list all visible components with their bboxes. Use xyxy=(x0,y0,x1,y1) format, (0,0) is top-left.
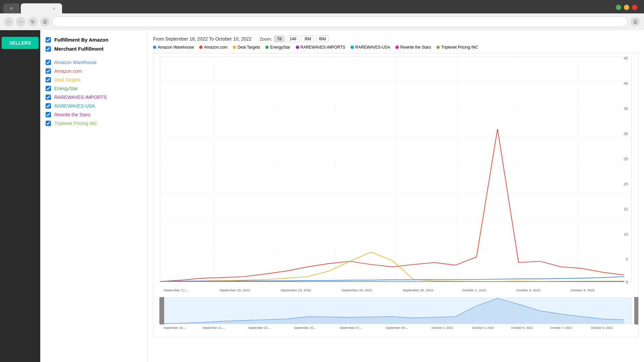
seller-amazoncom-checkbox[interactable] xyxy=(46,68,51,74)
zoom-label: Zoom: xyxy=(260,37,272,42)
fulfillment-section: Fulfillment By Amazon Merchant Fulfillme… xyxy=(46,37,142,52)
legend-label-rarewaves-usa: RAREWAVES-USA xyxy=(355,45,390,50)
sidebar: SELLERS xyxy=(0,30,40,362)
seller-amazon-warehouse-label: Amazon Warehouse xyxy=(54,60,97,65)
seller-rarewaves-imports-label: RAREWAVES-IMPORTS xyxy=(54,95,107,100)
svg-rect-33 xyxy=(634,297,638,324)
legend-dot-deal-targets xyxy=(233,46,236,49)
svg-text:45: 45 xyxy=(624,56,628,61)
svg-rect-0 xyxy=(160,57,632,282)
date-range: From September 16, 2022 To October 10, 2… xyxy=(153,36,252,42)
close-icon[interactable] xyxy=(632,5,637,10)
svg-text:September 23, 2022: September 23, 2022 xyxy=(280,288,311,292)
seller-list: Amazon Warehouse Amazon.com Deal Targets… xyxy=(46,60,142,126)
svg-text:September 26, 2022: September 26, 2022 xyxy=(341,288,372,292)
legend-amazon-warehouse: Amazon Warehouse xyxy=(153,45,194,50)
legend-dot-amazoncom xyxy=(199,46,203,49)
menu-button[interactable]: ☰ xyxy=(631,17,640,26)
nav-bar: ← → ↻ ☰ ☰ xyxy=(0,13,644,30)
svg-text:35: 35 xyxy=(624,106,628,111)
legend-dot-rarewaves-usa xyxy=(351,46,354,49)
legend-deal-targets: Deal Targets xyxy=(233,45,260,50)
svg-text:October 9, 2022: October 9, 2022 xyxy=(591,326,612,329)
tab-bar: ✕ xyxy=(0,0,644,13)
chart-svg: 45 40 35 30 25 20 15 10 5 0 September 17… xyxy=(153,53,638,337)
svg-text:September 29, 2022: September 29, 2022 xyxy=(402,288,433,292)
seller-deal-targets-label: Deal Targets xyxy=(54,77,80,82)
seller-rewrite-stars-checkbox[interactable] xyxy=(46,112,51,117)
legend-triplenet: Triplenet Pricing INC xyxy=(436,45,478,50)
tab-close-icon[interactable]: ✕ xyxy=(53,7,55,10)
seller-deal-targets[interactable]: Deal Targets xyxy=(46,77,142,82)
zoom-7d[interactable]: 7d xyxy=(274,36,284,42)
svg-text:September 19,...: September 19,... xyxy=(163,326,186,329)
legend-dot-triplenet xyxy=(436,46,440,49)
chart-area: From September 16, 2022 To October 10, 2… xyxy=(148,30,644,362)
legend-rewrite-stars: Rewrite the Stars xyxy=(395,45,431,50)
legend-label-deal-targets: Deal Targets xyxy=(237,45,260,50)
forward-button[interactable]: → xyxy=(16,17,25,26)
sellers-button[interactable]: SELLERS xyxy=(2,37,39,49)
svg-text:October 8, 2022: October 8, 2022 xyxy=(571,288,595,292)
chart-header: From September 16, 2022 To October 10, 2… xyxy=(153,36,639,42)
minimize-icon[interactable] xyxy=(624,5,629,10)
chart-legend: Amazon Warehouse Amazon.com Deal Targets… xyxy=(153,45,639,50)
seller-rewrite-stars-label: Rewrite the Stars xyxy=(54,112,90,117)
url-input[interactable] xyxy=(52,16,628,27)
legend-dot-rewrite-stars xyxy=(395,46,399,49)
seller-amazoncom-label: Amazon.com xyxy=(54,68,82,74)
home-button[interactable]: ☰ xyxy=(40,17,50,26)
back-button[interactable]: ← xyxy=(4,17,13,26)
svg-text:5: 5 xyxy=(626,257,628,262)
merchant-fulfillment-label: Merchant Fulfillment xyxy=(54,46,104,52)
merchant-fulfillment-checkbox[interactable] xyxy=(46,46,51,52)
tab-2[interactable]: ✕ xyxy=(21,3,62,13)
legend-rarewaves-usa: RAREWAVES-USA xyxy=(351,45,390,50)
merchant-fulfillment-item[interactable]: Merchant Fulfillment xyxy=(46,46,142,52)
seller-rarewaves-usa[interactable]: RAREWAVES-USA xyxy=(46,103,142,109)
fulfillment-by-amazon-label: Fulfillment By Amazon xyxy=(54,37,108,43)
svg-text:October 7, 2022: October 7, 2022 xyxy=(550,326,572,329)
svg-text:30: 30 xyxy=(624,131,628,136)
legend-dot-energystar xyxy=(265,46,269,49)
seller-energystar-checkbox[interactable] xyxy=(46,86,51,91)
seller-rewrite-stars[interactable]: Rewrite the Stars xyxy=(46,112,142,117)
left-panel: Fulfillment By Amazon Merchant Fulfillme… xyxy=(40,30,148,362)
seller-triplenet[interactable]: Triplenet Pricing INC xyxy=(46,121,142,126)
seller-rarewaves-usa-label: RAREWAVES-USA xyxy=(54,103,95,109)
zoom-60d[interactable]: 60d xyxy=(316,36,329,42)
svg-text:September 23,...: September 23,... xyxy=(248,326,271,329)
seller-amazon-warehouse-checkbox[interactable] xyxy=(46,60,51,65)
legend-energystar: EnergyStar xyxy=(265,45,290,50)
svg-text:October 1, 2022: October 1, 2022 xyxy=(431,326,453,329)
svg-text:October 5, 2022: October 5, 2022 xyxy=(516,288,541,292)
svg-text:10: 10 xyxy=(624,232,628,237)
seller-rarewaves-imports[interactable]: RAREWAVES-IMPORTS xyxy=(46,95,142,100)
maximize-icon[interactable] xyxy=(616,5,621,10)
seller-rarewaves-imports-checkbox[interactable] xyxy=(46,95,51,100)
fulfillment-by-amazon-checkbox[interactable] xyxy=(46,37,51,43)
refresh-button[interactable]: ↻ xyxy=(28,17,38,26)
seller-deal-targets-checkbox[interactable] xyxy=(46,77,51,82)
seller-amazon-warehouse[interactable]: Amazon Warehouse xyxy=(46,60,142,65)
tab-1[interactable] xyxy=(3,3,19,13)
seller-triplenet-checkbox[interactable] xyxy=(46,121,51,126)
svg-text:September 20, 2022: September 20, 2022 xyxy=(219,288,250,292)
legend-label-rewrite-stars: Rewrite the Stars xyxy=(400,45,431,50)
legend-label-triplenet: Triplenet Pricing INC xyxy=(441,45,478,50)
window-controls xyxy=(616,5,637,10)
seller-energystar-label: EnergyStar xyxy=(54,86,78,91)
seller-rarewaves-usa-checkbox[interactable] xyxy=(46,103,51,109)
svg-rect-32 xyxy=(159,297,164,324)
zoom-30d[interactable]: 30d xyxy=(301,36,314,42)
browser-chrome: ✕ ← → ↻ ☰ ☰ xyxy=(0,0,644,30)
seller-amazoncom[interactable]: Amazon.com xyxy=(46,68,142,74)
legend-label-rarewaves-imports: RAREWAVES-IMPORTS xyxy=(301,45,345,50)
svg-text:September 27,...: September 27,... xyxy=(340,326,362,329)
main-content: SELLERS Fulfillment By Amazon Merchant F… xyxy=(0,30,644,362)
seller-energystar[interactable]: EnergyStar xyxy=(46,86,142,91)
svg-text:40: 40 xyxy=(624,81,628,86)
zoom-14d[interactable]: 14d xyxy=(286,36,299,42)
svg-text:October 5, 2022: October 5, 2022 xyxy=(511,326,533,329)
fulfillment-by-amazon-item[interactable]: Fulfillment By Amazon xyxy=(46,37,142,43)
